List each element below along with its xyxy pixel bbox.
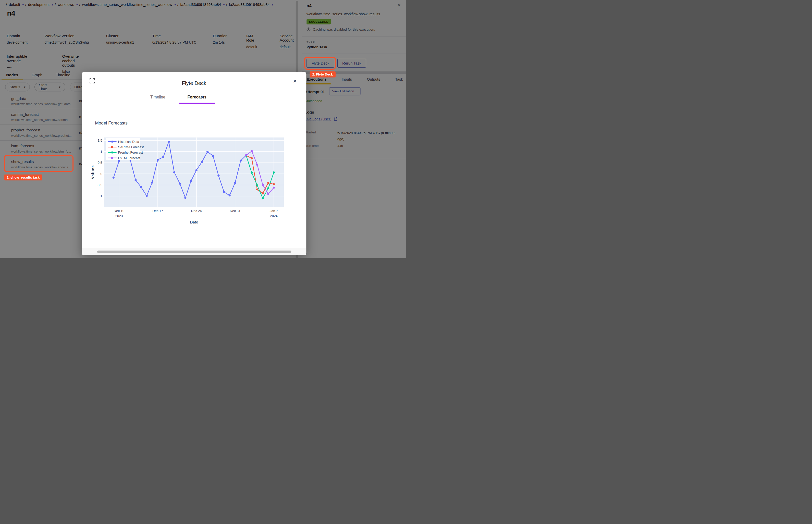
data-point: [173, 171, 175, 173]
forecast-chart: 1.510.50−0.5−1Dec 102023Dec 17Dec 24Dec …: [91, 133, 287, 229]
legend-entry: LSTM Forecast: [118, 157, 140, 160]
data-point: [256, 188, 258, 190]
modal-close-icon[interactable]: ✕: [293, 78, 297, 84]
x-tick-label: Dec 17: [152, 209, 163, 213]
data-point: [184, 197, 186, 199]
legend-marker-swatch: [111, 151, 113, 153]
x-tick-sublabel: 2023: [115, 214, 123, 218]
x-tick-label: Jan 7: [270, 209, 278, 213]
data-point: [256, 184, 258, 186]
data-point: [212, 155, 214, 157]
data-point: [168, 141, 170, 143]
x-tick-label: Dec 31: [230, 209, 240, 213]
data-point: [273, 171, 275, 174]
data-point: [118, 160, 120, 162]
x-tick-label: Dec 10: [114, 209, 125, 213]
y-tick-label: 0: [100, 172, 102, 176]
data-point: [262, 184, 264, 186]
chart-title: Model Forecasts: [95, 121, 128, 126]
x-axis-title: Date: [190, 220, 198, 224]
data-point: [223, 191, 225, 193]
y-tick-label: −0.5: [96, 183, 102, 187]
chart-legend[interactable]: Historical DataSARIMA ForecastProphet Fo…: [105, 138, 144, 160]
data-point: [140, 186, 142, 188]
y-tick-label: 1.5: [97, 138, 102, 142]
data-point: [157, 159, 159, 161]
y-tick-label: 0.5: [97, 161, 102, 165]
data-point: [217, 175, 220, 177]
data-point: [256, 164, 258, 166]
data-point: [134, 179, 136, 181]
data-point: [146, 195, 148, 197]
data-point: [250, 150, 253, 152]
data-point: [250, 157, 253, 159]
data-point: [267, 187, 269, 189]
data-point: [179, 183, 181, 185]
legend-marker-swatch: [111, 141, 113, 143]
data-point: [113, 177, 115, 179]
annotation-step-2: 2. Flyte Deck: [310, 71, 336, 77]
legend-marker-swatch: [111, 146, 113, 148]
data-point: [267, 193, 269, 195]
data-point: [250, 172, 253, 174]
data-point: [273, 183, 275, 185]
x-tick-sublabel: 2024: [270, 214, 277, 218]
data-point: [245, 154, 247, 157]
data-point: [195, 169, 197, 171]
annotation-box-show-results: [4, 155, 74, 172]
active-tab-underline: [179, 103, 215, 104]
y-axis-title: Values: [91, 165, 95, 179]
annotation-box-flyte-deck: [304, 56, 336, 70]
deck-tab-forecasts[interactable]: Forecasts: [179, 95, 215, 103]
data-point: [234, 182, 236, 184]
deck-tab-timeline[interactable]: Timeline: [140, 95, 176, 103]
legend-marker-swatch: [111, 157, 113, 159]
data-point: [262, 192, 264, 194]
data-point: [151, 181, 153, 183]
data-point: [240, 160, 242, 162]
app-window: /default▼/development▼/workflows▼/workfl…: [0, 0, 406, 258]
data-point: [229, 194, 231, 196]
legend-entry: SARIMA Forecast: [118, 145, 144, 149]
annotation-step-1: 1. show_results task: [4, 175, 42, 180]
legend-entry: Historical Data: [118, 140, 139, 144]
data-point: [267, 182, 269, 184]
y-tick-label: 1: [100, 150, 102, 153]
data-point: [207, 151, 209, 153]
data-point: [262, 197, 264, 199]
modal-title: Flyte Deck: [82, 80, 307, 86]
modal-scrollbar-thumb[interactable]: [97, 250, 291, 253]
data-point: [162, 156, 164, 158]
y-tick-label: −1: [98, 194, 102, 198]
data-point: [273, 186, 275, 189]
legend-entry: Prophet Forecast: [118, 151, 143, 154]
x-tick-label: Dec 24: [191, 209, 202, 213]
data-point: [201, 161, 203, 163]
data-point: [190, 180, 192, 182]
flyte-deck-modal: Flyte Deck ✕ Timeline Forecasts Model Fo…: [82, 72, 307, 255]
